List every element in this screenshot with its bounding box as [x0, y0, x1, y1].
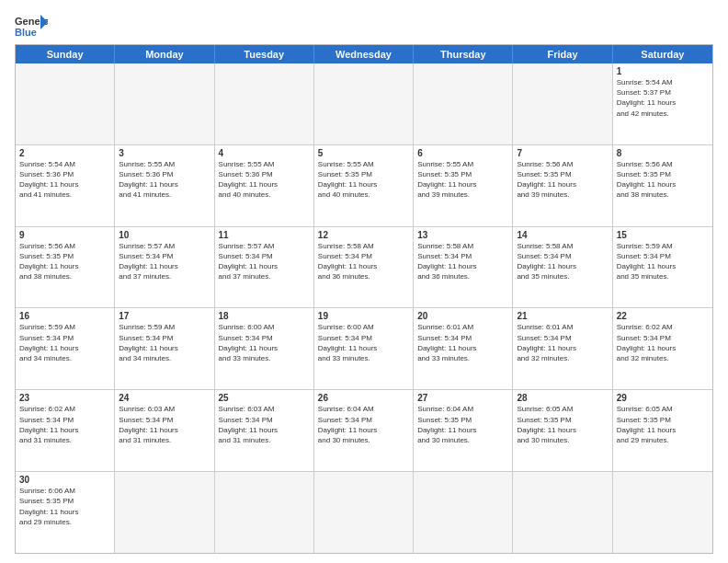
header-day-monday: Monday: [115, 45, 214, 63]
day-info: Sunrise: 6:01 AM Sunset: 5:34 PM Dayligh…: [417, 322, 508, 363]
day-cell-12: 12Sunrise: 5:58 AM Sunset: 5:34 PM Dayli…: [314, 227, 414, 308]
day-cell-10: 10Sunrise: 5:57 AM Sunset: 5:34 PM Dayli…: [115, 227, 214, 308]
day-cell-1: 1Sunrise: 5:54 AM Sunset: 5:37 PM Daylig…: [613, 63, 712, 144]
day-number: 21: [517, 311, 608, 321]
day-info: Sunrise: 5:58 AM Sunset: 5:34 PM Dayligh…: [318, 241, 409, 282]
empty-cell: [115, 63, 214, 144]
empty-cell: [613, 472, 712, 553]
logo: General Blue: [15, 13, 48, 39]
day-number: 6: [417, 148, 508, 158]
day-number: 1: [617, 66, 709, 76]
header-day-sunday: Sunday: [16, 45, 115, 63]
day-number: 7: [517, 148, 608, 158]
day-number: 8: [617, 148, 709, 158]
day-info: Sunrise: 5:58 AM Sunset: 5:34 PM Dayligh…: [517, 241, 608, 282]
day-number: 3: [119, 148, 210, 158]
header-day-thursday: Thursday: [414, 45, 513, 63]
day-cell-24: 24Sunrise: 6:03 AM Sunset: 5:34 PM Dayli…: [115, 390, 214, 471]
day-number: 15: [617, 230, 709, 240]
header: General Blue: [15, 9, 713, 39]
day-info: Sunrise: 6:06 AM Sunset: 5:35 PM Dayligh…: [19, 486, 110, 527]
day-number: 25: [219, 393, 310, 403]
day-cell-5: 5Sunrise: 5:55 AM Sunset: 5:35 PM Daylig…: [314, 145, 414, 226]
header-day-wednesday: Wednesday: [314, 45, 414, 63]
day-cell-19: 19Sunrise: 6:00 AM Sunset: 5:34 PM Dayli…: [314, 308, 414, 389]
day-cell-28: 28Sunrise: 6:05 AM Sunset: 5:35 PM Dayli…: [513, 390, 612, 471]
day-cell-21: 21Sunrise: 6:01 AM Sunset: 5:34 PM Dayli…: [513, 308, 612, 389]
day-info: Sunrise: 6:04 AM Sunset: 5:34 PM Dayligh…: [318, 404, 409, 445]
day-number: 12: [318, 230, 409, 240]
day-info: Sunrise: 5:56 AM Sunset: 5:35 PM Dayligh…: [517, 159, 608, 201]
day-info: Sunrise: 6:05 AM Sunset: 5:35 PM Dayligh…: [617, 404, 709, 445]
day-info: Sunrise: 5:59 AM Sunset: 5:34 PM Dayligh…: [119, 322, 210, 363]
day-cell-6: 6Sunrise: 5:55 AM Sunset: 5:35 PM Daylig…: [414, 145, 513, 226]
day-number: 10: [119, 230, 210, 240]
day-cell-16: 16Sunrise: 5:59 AM Sunset: 5:34 PM Dayli…: [16, 308, 115, 389]
day-cell-18: 18Sunrise: 6:00 AM Sunset: 5:34 PM Dayli…: [215, 308, 314, 389]
empty-cell: [115, 472, 214, 553]
day-info: Sunrise: 6:04 AM Sunset: 5:35 PM Dayligh…: [417, 404, 508, 445]
day-info: Sunrise: 5:59 AM Sunset: 5:34 PM Dayligh…: [19, 322, 110, 363]
day-info: Sunrise: 6:01 AM Sunset: 5:34 PM Dayligh…: [517, 322, 608, 363]
day-info: Sunrise: 5:56 AM Sunset: 5:35 PM Dayligh…: [617, 159, 709, 201]
day-cell-15: 15Sunrise: 5:59 AM Sunset: 5:34 PM Dayli…: [613, 227, 712, 308]
day-info: Sunrise: 5:55 AM Sunset: 5:36 PM Dayligh…: [219, 159, 310, 201]
header-day-tuesday: Tuesday: [215, 45, 314, 63]
empty-cell: [414, 63, 513, 144]
day-cell-8: 8Sunrise: 5:56 AM Sunset: 5:35 PM Daylig…: [613, 145, 712, 226]
day-info: Sunrise: 6:05 AM Sunset: 5:35 PM Dayligh…: [517, 404, 608, 445]
day-number: 18: [219, 311, 310, 321]
empty-cell: [215, 472, 314, 553]
day-number: 13: [417, 230, 508, 240]
day-info: Sunrise: 5:57 AM Sunset: 5:34 PM Dayligh…: [219, 241, 310, 282]
day-cell-22: 22Sunrise: 6:02 AM Sunset: 5:34 PM Dayli…: [613, 308, 712, 389]
day-info: Sunrise: 5:57 AM Sunset: 5:34 PM Dayligh…: [119, 241, 210, 282]
svg-text:Blue: Blue: [15, 27, 37, 38]
empty-cell: [414, 472, 513, 553]
day-info: Sunrise: 5:59 AM Sunset: 5:34 PM Dayligh…: [617, 241, 709, 282]
day-info: Sunrise: 5:54 AM Sunset: 5:37 PM Dayligh…: [617, 77, 709, 119]
day-cell-26: 26Sunrise: 6:04 AM Sunset: 5:34 PM Dayli…: [314, 390, 414, 471]
day-info: Sunrise: 5:58 AM Sunset: 5:34 PM Dayligh…: [417, 241, 508, 282]
day-info: Sunrise: 5:54 AM Sunset: 5:36 PM Dayligh…: [19, 159, 110, 201]
header-day-saturday: Saturday: [613, 45, 712, 63]
day-number: 22: [617, 311, 709, 321]
empty-cell: [314, 63, 414, 144]
day-cell-25: 25Sunrise: 6:03 AM Sunset: 5:34 PM Dayli…: [215, 390, 314, 471]
empty-cell: [513, 472, 612, 553]
empty-cell: [215, 63, 314, 144]
day-cell-3: 3Sunrise: 5:55 AM Sunset: 5:36 PM Daylig…: [115, 145, 214, 226]
day-info: Sunrise: 5:55 AM Sunset: 5:35 PM Dayligh…: [318, 159, 409, 201]
day-info: Sunrise: 6:00 AM Sunset: 5:34 PM Dayligh…: [219, 322, 310, 363]
logo-icon: General Blue: [15, 13, 48, 39]
day-number: 14: [517, 230, 608, 240]
day-number: 27: [417, 393, 508, 403]
day-number: 30: [19, 475, 110, 485]
calendar-row-5: 30Sunrise: 6:06 AM Sunset: 5:35 PM Dayli…: [16, 471, 712, 553]
day-cell-17: 17Sunrise: 5:59 AM Sunset: 5:34 PM Dayli…: [115, 308, 214, 389]
day-number: 23: [19, 393, 110, 403]
day-info: Sunrise: 5:56 AM Sunset: 5:35 PM Dayligh…: [19, 241, 110, 282]
day-number: 28: [517, 393, 608, 403]
day-info: Sunrise: 5:55 AM Sunset: 5:36 PM Dayligh…: [119, 159, 210, 201]
empty-cell: [16, 63, 115, 144]
day-number: 17: [119, 311, 210, 321]
day-number: 2: [19, 148, 110, 158]
day-info: Sunrise: 5:55 AM Sunset: 5:35 PM Dayligh…: [417, 159, 508, 201]
day-number: 16: [19, 311, 110, 321]
calendar-row-0: 1Sunrise: 5:54 AM Sunset: 5:37 PM Daylig…: [16, 63, 712, 144]
calendar-body: 1Sunrise: 5:54 AM Sunset: 5:37 PM Daylig…: [16, 63, 712, 553]
day-cell-30: 30Sunrise: 6:06 AM Sunset: 5:35 PM Dayli…: [16, 472, 115, 553]
day-cell-7: 7Sunrise: 5:56 AM Sunset: 5:35 PM Daylig…: [513, 145, 612, 226]
day-cell-4: 4Sunrise: 5:55 AM Sunset: 5:36 PM Daylig…: [215, 145, 314, 226]
day-cell-2: 2Sunrise: 5:54 AM Sunset: 5:36 PM Daylig…: [16, 145, 115, 226]
day-number: 9: [19, 230, 110, 240]
empty-cell: [314, 472, 414, 553]
header-day-friday: Friday: [513, 45, 612, 63]
day-number: 26: [318, 393, 409, 403]
day-cell-13: 13Sunrise: 5:58 AM Sunset: 5:34 PM Dayli…: [414, 227, 513, 308]
day-cell-23: 23Sunrise: 6:02 AM Sunset: 5:34 PM Dayli…: [16, 390, 115, 471]
day-number: 24: [119, 393, 210, 403]
day-cell-20: 20Sunrise: 6:01 AM Sunset: 5:34 PM Dayli…: [414, 308, 513, 389]
calendar: SundayMondayTuesdayWednesdayThursdayFrid…: [15, 44, 713, 554]
